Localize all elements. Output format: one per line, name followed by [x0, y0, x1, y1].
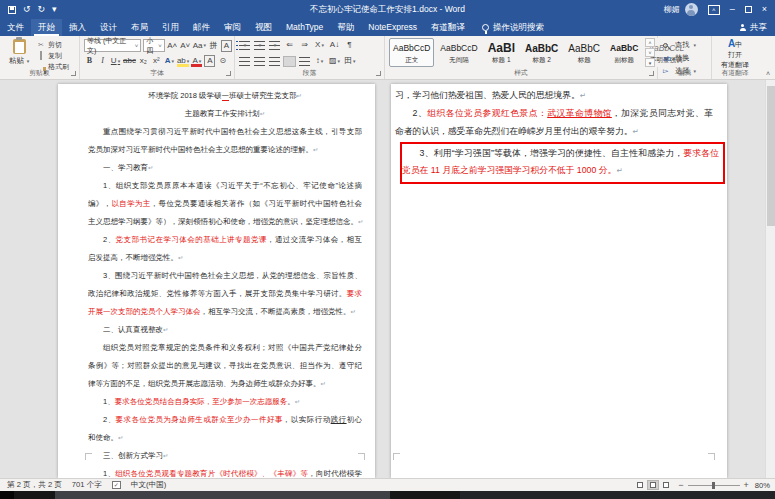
shading-icon[interactable]: ▨▾: [329, 55, 340, 67]
phonetic-guide-icon[interactable]: 拼: [208, 40, 219, 52]
document-line[interactable]: 1、要求各位党员结合自身实际，至少参加一次志愿服务。↵: [88, 393, 362, 411]
zoom-slider[interactable]: [688, 485, 740, 486]
zoom-out-button[interactable]: −: [678, 481, 683, 490]
tab-mailings[interactable]: 邮件: [186, 19, 217, 36]
document-line[interactable]: 习，学习他们热爱祖国、热爱人民的思想境界。↵: [395, 86, 713, 104]
document-line[interactable]: 组织党员对照党章规定的党员条件和义务权利；对照《中国共产党纪律处分: [88, 339, 362, 357]
page-1[interactable]: 环境学院 2018 级学硕一班硕士研究生党支部↵主题教育工作安排计划↵重点围绕学…: [58, 84, 375, 478]
redo-icon[interactable]: ↻: [38, 5, 46, 14]
document-line[interactable]: 1、组织支部党员原原本本通读《习近平关于“不忘初心、牢记使命”论述摘: [88, 177, 362, 195]
paragraph-dialog-launcher-icon[interactable]: [376, 71, 381, 76]
document-line[interactable]: 2、党支部书记在学习体会的基础上讲专题党课，通过交流学习体会，相互: [88, 231, 362, 249]
qat-customize-icon[interactable]: ▾: [52, 5, 57, 14]
gallery-up-icon[interactable]: ˄: [645, 38, 655, 47]
strikethrough-icon[interactable]: abc: [123, 55, 136, 67]
tab-help[interactable]: 帮助: [330, 19, 361, 36]
distribute-icon[interactable]: [299, 57, 310, 66]
document-line[interactable]: 开展一次支部的党员个人学习体会，相互学习交流，不断提高素质，增强党性。↵: [88, 303, 362, 321]
align-right-icon[interactable]: [269, 57, 280, 66]
web-layout-view-button[interactable]: [660, 480, 672, 490]
sort-icon[interactable]: A↓: [329, 39, 340, 51]
gallery-more-icon[interactable]: ▾: [645, 58, 655, 67]
document-line[interactable]: 2、组织各位党员参观红色景点：武汉革命博物馆，加深党员同志对党、革: [395, 104, 713, 122]
document-line[interactable]: 一、学习教育↵: [88, 159, 362, 177]
tab-insert[interactable]: 插入: [62, 19, 93, 36]
font-dialog-launcher-icon[interactable]: [226, 71, 231, 76]
save-icon[interactable]: [8, 6, 16, 14]
styles-dialog-launcher-icon[interactable]: [649, 71, 654, 76]
align-center-icon[interactable]: [254, 57, 265, 66]
zoom-slider-thumb[interactable]: [712, 482, 715, 489]
spellcheck-icon[interactable]: ✓: [112, 481, 121, 489]
bold-icon[interactable]: B: [84, 55, 95, 67]
page-indicator[interactable]: 第 2 页，共 2 页: [7, 480, 62, 490]
zoom-level[interactable]: 80%: [755, 481, 770, 490]
text-effects-icon[interactable]: A▾: [164, 55, 175, 67]
document-line[interactable]: 政治纪律和政治规矩、党性修养等方面入手，展开支部党员集中学习研讨。要求: [88, 285, 362, 303]
character-border-icon[interactable]: A: [221, 40, 232, 52]
superscript-icon[interactable]: x²: [151, 55, 162, 67]
document-line[interactable]: 1、组织各位党员观看专题教育片《时代楷模》、《丰碑》等，向时代楷模学: [88, 465, 362, 478]
language-indicator[interactable]: 中文(中国): [131, 480, 166, 490]
line-spacing-icon[interactable]: ↕▾: [314, 55, 325, 67]
document-line[interactable]: 和使命。↵: [88, 429, 362, 447]
tab-file[interactable]: 文件: [0, 19, 31, 36]
print-layout-view-button[interactable]: [647, 480, 659, 490]
style-card-heading-2[interactable]: AaBbC标题 2: [521, 38, 562, 67]
underline-icon[interactable]: U▾: [110, 55, 121, 67]
style-card-normal[interactable]: AaBbCcD正文: [389, 38, 434, 67]
cut-button[interactable]: ✂剪切: [37, 40, 69, 49]
font-color-icon[interactable]: A▾: [191, 55, 202, 67]
document-line[interactable]: 条例》等；对照群众提出的意见与建议，寻找出在党员意识、担当作为、遵守纪: [88, 357, 362, 375]
maximize-button[interactable]: [745, 6, 752, 13]
tab-review[interactable]: 审阅: [217, 19, 248, 36]
tab-references[interactable]: 引用: [155, 19, 186, 36]
document-line[interactable]: 二、认真直视整改↵: [88, 321, 362, 339]
document-line[interactable]: 三、创新方式学习↵: [88, 447, 362, 465]
show-marks-icon[interactable]: ¶: [344, 39, 355, 51]
account-chip[interactable]: 柳媚: [664, 3, 698, 16]
style-card-heading-1[interactable]: AaBl标题 1: [484, 38, 519, 67]
read-mode-view-button[interactable]: [634, 480, 646, 490]
document-line[interactable]: 主义思想学习纲要》等），深刻领悟初心和使命，增强党的意识，坚定理想信念。↵: [88, 213, 362, 231]
document-line[interactable]: 律等方面的不足，组织党员开展志愿活动、为身边师生或群众办好事。↵: [88, 375, 362, 393]
zoom-in-button[interactable]: +: [744, 481, 749, 490]
multilevel-list-icon[interactable]: ▾: [269, 41, 280, 50]
grow-font-icon[interactable]: A˄: [167, 40, 178, 52]
tell-me-search[interactable]: 操作说明搜索: [482, 19, 544, 36]
tab-home[interactable]: 开始: [31, 19, 62, 36]
document-line[interactable]: 3、利用“学习强国”等载体，增强学习的便捷性、自主性和感染力，要求各位: [402, 145, 719, 162]
increase-indent-icon[interactable]: ⇒: [299, 39, 310, 51]
shrink-font-icon[interactable]: A˅: [180, 40, 191, 52]
enclose-characters-icon[interactable]: ⊙: [217, 55, 228, 67]
ribbon-display-options-icon[interactable]: ˄: [708, 5, 720, 15]
document-line[interactable]: 重点围绕学习贯彻习近平新时代中国特色社会主义思想这条主线，引导支部: [88, 123, 362, 141]
italic-icon[interactable]: I: [97, 55, 108, 67]
clipboard-dialog-launcher-icon[interactable]: [71, 71, 76, 76]
copy-button[interactable]: 复制: [37, 51, 69, 60]
vertical-scrollbar[interactable]: [765, 80, 775, 478]
document-line[interactable]: 党员加深对习近平新时代中国特色社会主义思想的重要论述的理解。↵: [88, 141, 362, 159]
character-shading-icon[interactable]: A: [204, 55, 215, 67]
tab-layout[interactable]: 布局: [124, 19, 155, 36]
tab-youdao-translate[interactable]: 有道翻译: [424, 19, 472, 36]
align-left-icon[interactable]: [239, 57, 250, 66]
gallery-down-icon[interactable]: ˅: [645, 48, 655, 57]
document-line[interactable]: 主题教育工作安排计划↵: [88, 105, 362, 123]
document-line[interactable]: 命者的认识，感受革命先烈们在峥嵘岁月里付出的艰辛努力。↵: [395, 122, 713, 140]
subscript-icon[interactable]: x₂: [138, 55, 149, 67]
font-name-select[interactable]: 等线 (中文正文)˅: [84, 39, 141, 52]
document-line[interactable]: 2、要求各位党员为身边师生或群众至少办一件好事，以实际行动践行初心: [88, 411, 362, 429]
document-line[interactable]: 编》，以自学为主，每位党员要通读相关著作（如《习近平新时代中国特色社会: [88, 195, 362, 213]
borders-icon[interactable]: 田▾: [344, 55, 356, 67]
document-line[interactable]: 3、围绕习近平新时代中国特色社会主义思想，从党的理想信念、宗旨性质、: [88, 267, 362, 285]
minimize-button[interactable]: –: [730, 5, 735, 14]
style-card-subtitle[interactable]: AaBbC副标题: [606, 38, 642, 67]
collapse-ribbon-icon[interactable]: ˄: [766, 70, 770, 77]
word-count[interactable]: 701 个字: [72, 480, 102, 490]
avatar[interactable]: [685, 3, 698, 16]
justify-icon[interactable]: [284, 57, 295, 66]
asian-layout-icon[interactable]: X▾: [314, 39, 325, 51]
document-line[interactable]: 启发提高，不断增强党性。↵: [88, 249, 362, 267]
font-size-select[interactable]: 小四˅: [143, 39, 165, 52]
